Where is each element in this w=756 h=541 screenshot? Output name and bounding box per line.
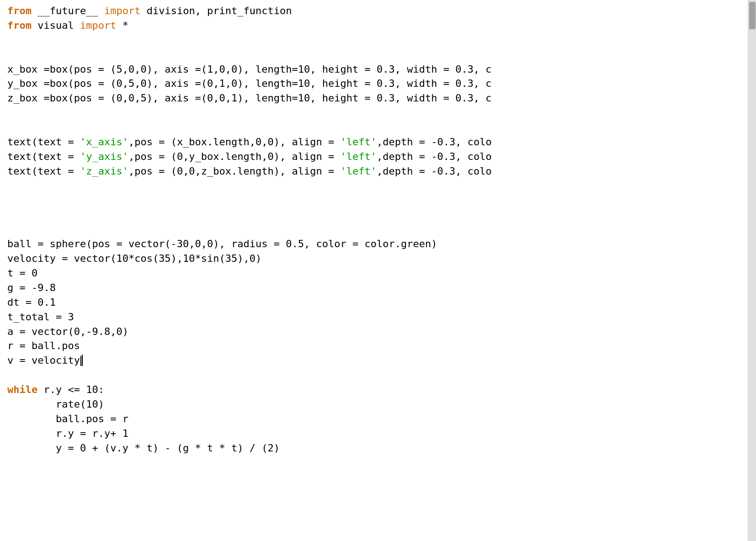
- blank-line: [7, 222, 740, 237]
- code-token: dt = 0.1: [7, 297, 56, 308]
- blank-line: [7, 33, 740, 48]
- code-line: z_box =box(pos = (0,0,5), axis =(0,0,1),…: [7, 91, 740, 106]
- code-token: a = vector(0,-9.8,0): [7, 326, 128, 337]
- blank-line: [7, 207, 740, 222]
- blank-line: [7, 179, 740, 193]
- code-token: __future__: [32, 5, 104, 16]
- code-line: velocity = vector(10*cos(35),10*sin(35),…: [7, 251, 740, 266]
- code-token: g = -9.8: [7, 282, 56, 293]
- code-token: 'left': [341, 165, 377, 177]
- blank-line: [7, 120, 740, 135]
- code-token: 'left': [341, 136, 377, 148]
- code-token: ,depth = -0.3, colo: [377, 136, 492, 148]
- code-token: ball.pos = r: [7, 413, 128, 424]
- code-line: while r.y <= 10:: [7, 382, 740, 397]
- code-line: x_box =box(pos = (5,0,0), axis =(1,0,0),…: [7, 62, 740, 77]
- code-token: ball = sphere(pos = vector(-30,0,0), rad…: [7, 238, 437, 249]
- code-token: import: [104, 5, 140, 16]
- code-line: text(text = 'x_axis',pos = (x_box.length…: [7, 135, 740, 149]
- scrollbar-thumb[interactable]: [749, 2, 756, 29]
- code-token: import: [80, 20, 116, 31]
- code-token: rate(10): [7, 398, 104, 410]
- code-line: r.y = r.y+ 1: [7, 426, 740, 441]
- code-token: visual: [32, 20, 80, 31]
- code-token: 'z_axis': [80, 165, 128, 177]
- blank-line: [7, 193, 740, 208]
- code-token: t_total = 3: [7, 311, 74, 323]
- text-cursor: [80, 356, 81, 366]
- code-line: from __future__ import division, print_f…: [7, 4, 740, 18]
- text-cursor: [82, 355, 83, 366]
- code-line: text(text = 'z_axis',pos = (0,0,z_box.le…: [7, 164, 740, 179]
- code-token: ,pos = (0,y_box.length,0), align =: [128, 151, 341, 162]
- code-token: 'left': [341, 151, 377, 162]
- code-line: t = 0: [7, 266, 740, 281]
- code-token: velocity = vector(10*cos(35),10*sin(35),…: [7, 253, 261, 264]
- code-token: from: [7, 20, 32, 31]
- code-token: ,pos = (0,0,z_box.length), align =: [128, 165, 341, 177]
- code-token: y = 0 + (v.y * t) - (g * t * t) / (2): [7, 442, 280, 454]
- code-token: while: [7, 384, 37, 395]
- code-line: text(text = 'y_axis',pos = (0,y_box.leng…: [7, 149, 740, 164]
- code-token: z_box =box(pos = (0,0,5), axis =(0,0,1),…: [7, 92, 492, 104]
- code-line: y_box =box(pos = (0,5,0), axis =(0,1,0),…: [7, 76, 740, 91]
- code-token: ,pos = (x_box.length,0,0), align =: [128, 136, 341, 148]
- code-line: a = vector(0,-9.8,0): [7, 324, 740, 339]
- code-area[interactable]: from __future__ import division, print_f…: [0, 0, 748, 541]
- code-token: text(text =: [7, 165, 80, 177]
- code-token: v = velocity: [7, 355, 80, 366]
- code-line: v = velocity: [7, 353, 740, 368]
- code-token: r.y = r.y+ 1: [7, 428, 128, 439]
- code-line: ball = sphere(pos = vector(-30,0,0), rad…: [7, 237, 740, 251]
- blank-line: [7, 368, 740, 382]
- scrollbar[interactable]: [748, 0, 756, 541]
- code-token: 'y_axis': [80, 151, 128, 162]
- code-token: 'x_axis': [80, 136, 128, 148]
- code-token: x_box =box(pos = (5,0,0), axis =(1,0,0),…: [7, 64, 492, 75]
- editor-container: from __future__ import division, print_f…: [0, 0, 756, 541]
- code-line: t_total = 3: [7, 310, 740, 324]
- code-token: division, print_function: [140, 5, 292, 16]
- code-token: *: [116, 20, 128, 31]
- code-line: y = 0 + (v.y * t) - (g * t * t) / (2): [7, 441, 740, 456]
- code-token: r.y <= 10:: [37, 384, 104, 395]
- code-line: from visual import *: [7, 18, 740, 33]
- code-line: dt = 0.1: [7, 295, 740, 310]
- code-token: ,depth = -0.3, colo: [377, 165, 492, 177]
- code-token: text(text =: [7, 136, 80, 148]
- code-line: r = ball.pos: [7, 339, 740, 353]
- code-token: from: [7, 5, 32, 16]
- code-token: t = 0: [7, 267, 37, 279]
- blank-line: [7, 48, 740, 62]
- code-line: rate(10): [7, 397, 740, 412]
- code-token: r = ball.pos: [7, 340, 80, 351]
- code-line: ball.pos = r: [7, 412, 740, 426]
- code-token: text(text =: [7, 151, 80, 162]
- code-token: y_box =box(pos = (0,5,0), axis =(0,1,0),…: [7, 78, 492, 89]
- code-line: g = -9.8: [7, 281, 740, 295]
- code-token: ,depth = -0.3, colo: [377, 151, 492, 162]
- blank-line: [7, 106, 740, 120]
